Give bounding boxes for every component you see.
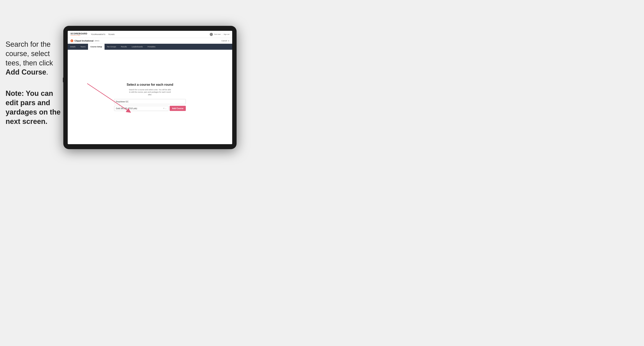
nav-tournaments[interactable]: TOURNAMENTS bbox=[91, 33, 105, 35]
user-label: Test User bbox=[214, 33, 221, 35]
tab-details[interactable]: Details bbox=[68, 44, 78, 50]
main-content: Select a course for each round Search fo… bbox=[68, 50, 232, 144]
tablet-shell: SCOREBOARD Powered by clippd TOURNAMENTS… bbox=[63, 26, 236, 149]
add-course-button[interactable]: Add Course bbox=[170, 106, 186, 111]
tee-select-value: Gold (M) (M) (7010 yds) bbox=[116, 107, 137, 110]
pipe: | bbox=[222, 33, 222, 35]
instruction-period: . bbox=[46, 68, 48, 76]
logo-sub: Powered by clippd bbox=[70, 35, 87, 36]
note-line3: yardages on the bbox=[6, 108, 60, 116]
tee-select-icons: ✕ ⌄ bbox=[163, 107, 167, 109]
tablet-screen: SCOREBOARD Powered by clippd TOURNAMENTS… bbox=[68, 31, 232, 144]
note-line1: Note: You can bbox=[6, 89, 53, 97]
clippd-logo: C bbox=[70, 39, 73, 42]
logo-text: SCOREBOARD bbox=[70, 33, 87, 35]
tournament-title: C Clippd Invitational (Men) bbox=[70, 39, 99, 42]
section-description: Search for a course and select a tee. Yo… bbox=[128, 88, 172, 96]
cancel-x-icon: ✕ bbox=[228, 40, 230, 42]
nav-teams[interactable]: TEAMS bbox=[108, 33, 115, 35]
instruction-line1: Search for the bbox=[6, 40, 50, 48]
tournament-header: C Clippd Invitational (Men) Cancel ✕ bbox=[68, 38, 232, 44]
tab-leaderboards[interactable]: Leaderboards bbox=[129, 44, 145, 50]
tournament-name: Clippd Invitational bbox=[74, 40, 94, 42]
tab-tee-groups[interactable]: Tee Groups bbox=[104, 44, 119, 50]
cancel-button[interactable]: Cancel ✕ bbox=[222, 40, 230, 42]
tab-course-setup[interactable]: Course Setup bbox=[88, 44, 104, 50]
tab-bar: Details Teams Course Setup Tee Groups Re… bbox=[68, 44, 232, 50]
tab-teams[interactable]: Teams bbox=[78, 44, 88, 50]
top-nav: SCOREBOARD Powered by clippd TOURNAMENTS… bbox=[68, 31, 232, 38]
course-section: Select a course for each round Search fo… bbox=[114, 83, 186, 111]
instruction-add-course: Add Course bbox=[6, 68, 46, 76]
nav-links: TOURNAMENTS TEAMS bbox=[91, 33, 210, 35]
course-search-input[interactable] bbox=[114, 99, 186, 104]
nav-right: Test User | Sign out bbox=[210, 33, 230, 36]
tab-results[interactable]: Results bbox=[118, 44, 129, 50]
instruction-line2: course, select bbox=[6, 49, 50, 58]
tee-select[interactable]: Gold (M) (M) (7010 yds) ✕ ⌄ bbox=[114, 106, 168, 111]
section-title: Select a course for each round bbox=[127, 83, 173, 86]
user-avatar bbox=[210, 33, 213, 36]
note-line2: edit pars and bbox=[6, 99, 50, 107]
note-line4: next screen. bbox=[6, 117, 48, 126]
instruction-panel: Search for the course, select tees, then… bbox=[6, 40, 61, 126]
logo-area: SCOREBOARD Powered by clippd bbox=[70, 33, 87, 36]
tournament-subtitle: (Men) bbox=[94, 40, 99, 42]
sign-out-link[interactable]: Sign out bbox=[224, 33, 230, 35]
tee-row: Gold (M) (M) (7010 yds) ✕ ⌄ Add Course bbox=[114, 106, 186, 111]
instruction-line3: tees, then click bbox=[6, 59, 53, 67]
cancel-label: Cancel bbox=[222, 40, 227, 42]
tab-printables[interactable]: Printables bbox=[145, 44, 158, 50]
